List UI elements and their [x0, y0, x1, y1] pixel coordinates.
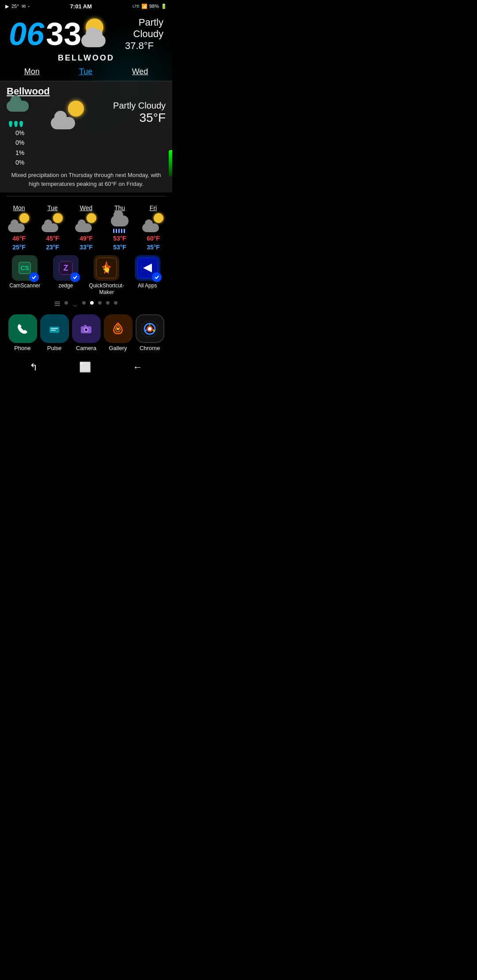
- allapps-badge: [152, 272, 162, 282]
- phone-icon: [8, 314, 37, 343]
- battery-icon: 🔋: [161, 4, 167, 9]
- fc-high-wed: 49°F: [80, 235, 93, 242]
- precip-3: 1%: [15, 148, 24, 158]
- tab-wed[interactable]: Wed: [129, 66, 152, 77]
- detail-temp: 35°F: [140, 111, 166, 125]
- forecast-fri: Fri 60°F 35°F: [136, 204, 170, 251]
- fc-day-tue: Tue: [47, 204, 58, 211]
- recent-apps-button[interactable]: ↰: [27, 359, 40, 375]
- weather-icon-large: [81, 19, 111, 49]
- precip-section: 0% 0% 1% 0%: [7, 101, 33, 168]
- fc-drop5: [124, 229, 125, 233]
- nav-bar: ↰ ⬜ ←: [0, 355, 172, 375]
- app-icon-wrap-allapps: [135, 255, 160, 281]
- dl1: [55, 302, 60, 302]
- qsmaker-icon: 👆: [94, 255, 119, 281]
- app-zedge[interactable]: Z zedge: [49, 255, 82, 295]
- chrome-label: Chrome: [140, 345, 160, 351]
- dl3: [55, 305, 60, 306]
- fc-icon-thu: [109, 213, 131, 233]
- status-bar: ▶ 25° ✉ • 7:01 AM LTE 📶 98% 🔋: [0, 0, 172, 12]
- tab-tue[interactable]: Tue: [76, 66, 96, 77]
- fc-sun-fri: [154, 213, 163, 223]
- precip-1: 0%: [15, 128, 24, 138]
- fc-drop3: [118, 229, 120, 233]
- page-dot-5: [106, 301, 110, 305]
- gallery-icon: [104, 314, 132, 343]
- fc-sun-tue: [53, 213, 63, 223]
- forecast-mon: Mon 46°F 25°F: [2, 204, 36, 251]
- mail-icon: ✉: [22, 4, 26, 9]
- back-button[interactable]: ←: [131, 359, 145, 375]
- app-qsmaker[interactable]: 👆 QuickShortcut-Maker: [90, 255, 123, 295]
- dot-lines: [55, 301, 60, 306]
- fc-low-mon: 25°F: [12, 244, 26, 251]
- detail-weather-right: Partly Cloudy 35°F: [104, 101, 166, 125]
- signal-bars: 📶: [141, 4, 148, 9]
- fc-sun-mon: [19, 213, 29, 223]
- bottom-dock: Phone Pulse Camera: [0, 310, 172, 355]
- app-row: CS CamScanner Z: [0, 253, 172, 298]
- fc-cloud-mon: [8, 223, 25, 232]
- forecast-wed: Wed 49°F 33°F: [69, 204, 103, 251]
- svg-point-9: [153, 274, 160, 281]
- tab-mon[interactable]: Mon: [21, 66, 43, 77]
- page-dot-1: [64, 301, 68, 305]
- detail-condition: Partly Cloudy: [113, 101, 166, 111]
- camera-icon: [72, 314, 101, 343]
- dock-pulse[interactable]: Pulse: [40, 314, 69, 351]
- fc-low-fri: 35°F: [147, 244, 160, 251]
- page-dot-6: [114, 301, 117, 305]
- rain-drops: [9, 121, 23, 127]
- svg-point-25: [148, 327, 151, 331]
- chrome-icon: [136, 314, 164, 343]
- allapps-label: All Apps: [138, 283, 157, 289]
- app-icon-wrap-camscanner: CS: [12, 255, 38, 281]
- camscanner-badge: [29, 272, 39, 282]
- fc-rain-thu: [113, 229, 125, 233]
- drop3: [19, 121, 23, 127]
- green-side-bar: [169, 150, 172, 177]
- svg-text:👆: 👆: [102, 264, 111, 273]
- page-dot-3: [90, 301, 94, 305]
- clock-row: 06 33 Partly Cloudy 37.8°F: [9, 17, 163, 52]
- forecast-row: Mon 46°F 25°F Tue 45°F 23°F Wed 49°F 33°…: [0, 200, 172, 253]
- app-allapps[interactable]: All Apps: [131, 255, 164, 295]
- clock-time: 06 33: [9, 18, 81, 50]
- dock-gallery[interactable]: Gallery: [104, 314, 132, 351]
- precip-percents: 0% 0% 1% 0%: [15, 128, 24, 168]
- fc-low-tue: 23°F: [46, 244, 59, 251]
- fc-cloud-fri: [142, 223, 159, 232]
- rain-cloud: [7, 101, 29, 112]
- app-camscanner[interactable]: CS CamScanner: [8, 255, 42, 295]
- svg-text:Z: Z: [63, 264, 68, 272]
- pulse-icon: [40, 314, 69, 343]
- page-dots: [0, 298, 172, 310]
- dock-camera[interactable]: Camera: [72, 314, 101, 351]
- svg-point-18: [85, 328, 87, 331]
- page-dot-4: [98, 301, 102, 305]
- weather-info: Partly Cloudy 37.8°F: [115, 17, 163, 52]
- cloud-icon: [81, 34, 106, 47]
- clock-weather-widget: 06 33 Partly Cloudy 37.8°F BELLWOOD: [0, 12, 172, 63]
- camscanner-label: CamScanner: [9, 283, 40, 289]
- precip-4: 0%: [15, 158, 24, 167]
- lte-icon: LTE: [132, 4, 140, 8]
- fc-sun-wed: [87, 213, 96, 223]
- svg-text:CS: CS: [21, 264, 29, 271]
- svg-rect-19: [84, 325, 87, 327]
- forecast-thu: Thu 53°F 53°F: [103, 204, 136, 251]
- clock-hour: 06: [9, 18, 44, 50]
- camera-label: Camera: [76, 345, 96, 351]
- svg-point-5: [72, 274, 79, 281]
- detail-sun: [68, 101, 84, 117]
- home-button[interactable]: ⬜: [77, 359, 93, 375]
- dl2: [55, 303, 60, 304]
- forecast-tue: Tue 45°F 23°F: [36, 204, 69, 251]
- detail-cloud: [51, 117, 75, 129]
- fc-icon-wed: [75, 213, 97, 233]
- zedge-badge: [70, 272, 80, 282]
- dock-phone[interactable]: Phone: [8, 314, 37, 351]
- dock-chrome[interactable]: Chrome: [136, 314, 164, 351]
- fc-low-thu: 53°F: [113, 244, 126, 251]
